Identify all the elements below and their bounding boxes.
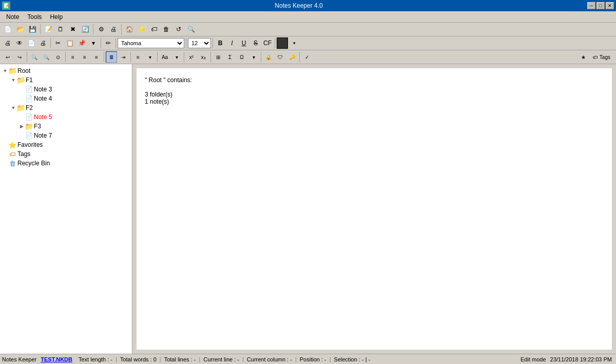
redo-button[interactable]: ↪ bbox=[14, 51, 25, 63]
refresh-button[interactable]: ↺ bbox=[173, 24, 184, 35]
tags-button[interactable]: 🏷 bbox=[148, 24, 160, 35]
tree-item-recycle[interactable]: 🗑Recycle Bin bbox=[0, 159, 132, 168]
tree-label-note3: Note 3 bbox=[34, 86, 52, 93]
tree-label-note5: Note 5 bbox=[34, 113, 52, 121]
print-btn2[interactable]: 🖨 bbox=[2, 37, 13, 49]
color-dropdown[interactable]: ▾ bbox=[288, 37, 300, 49]
paste-btn[interactable]: 📌 bbox=[76, 37, 87, 49]
editor-line3: 1 note(s) bbox=[145, 98, 604, 105]
undo-button[interactable]: ↩ bbox=[2, 51, 13, 63]
symbol-btn[interactable]: Ω bbox=[236, 51, 247, 63]
sep18 bbox=[299, 52, 300, 62]
sync-button[interactable]: 🔄 bbox=[80, 24, 91, 35]
menu-note[interactable]: Note bbox=[2, 12, 23, 22]
print2-btn[interactable]: 📄 bbox=[26, 37, 37, 49]
edit-mode-status: Edit mode bbox=[518, 356, 548, 362]
list-btn[interactable]: ≡ bbox=[132, 51, 144, 63]
bold-button[interactable]: B bbox=[215, 37, 226, 49]
close-button[interactable]: ✕ bbox=[606, 2, 614, 9]
tree-arrow: ▼ bbox=[10, 78, 16, 83]
subscript-btn[interactable]: x₂ bbox=[198, 51, 209, 63]
maximize-button[interactable]: □ bbox=[596, 2, 605, 9]
tree-item-note3[interactable]: 📄Note 3 bbox=[0, 85, 132, 94]
align-justify-button[interactable]: ≣ bbox=[106, 51, 117, 63]
sep11 bbox=[65, 52, 66, 62]
align-right-button[interactable]: ≡ bbox=[91, 51, 102, 63]
tree-item-favorites[interactable]: ⭐Favorites bbox=[0, 140, 132, 149]
case-btn[interactable]: Aa bbox=[159, 51, 170, 63]
zoom-in-button[interactable]: 🔍 bbox=[29, 51, 40, 63]
copy-btn[interactable]: 📋 bbox=[64, 37, 75, 49]
star-btn[interactable]: ★ bbox=[578, 51, 589, 63]
italic-button[interactable]: I bbox=[226, 37, 238, 49]
main-content: ▼📁Root▼📁F1📄Note 3📄Note 4▼📁F2📄Note 5▶📁F3📄… bbox=[0, 64, 616, 354]
app-name-status: Notes Keeper bbox=[2, 356, 41, 362]
new-button[interactable]: 📄 bbox=[2, 24, 13, 35]
save-button[interactable]: 💾 bbox=[27, 24, 38, 35]
tree-item-root[interactable]: ▼📁Root bbox=[0, 66, 132, 75]
total-lines-status: Total lines : - bbox=[162, 356, 198, 362]
selection-status: Selection : - | - bbox=[332, 356, 373, 362]
align-left-button[interactable]: ≡ bbox=[67, 51, 79, 63]
tree-label-note7: Note 7 bbox=[34, 132, 52, 139]
indent-btn[interactable]: ⇥ bbox=[118, 51, 129, 63]
tree-label-root: Root bbox=[17, 67, 30, 74]
tree-item-f1[interactable]: ▼📁F1 bbox=[0, 75, 132, 85]
font-selector[interactable]: Tahoma bbox=[118, 38, 184, 48]
tags-toolbar-btn[interactable]: 🏷 Tags bbox=[589, 51, 614, 63]
clear-btn[interactable]: ✏ bbox=[103, 37, 114, 49]
align-center-button[interactable]: ≡ bbox=[79, 51, 90, 63]
sep1 bbox=[40, 24, 41, 34]
recycle-button[interactable]: 🗑 bbox=[161, 24, 172, 35]
superscript-btn[interactable]: x² bbox=[186, 51, 197, 63]
note-props-button[interactable]: 🗒 bbox=[55, 24, 66, 35]
strikethrough-button[interactable]: S bbox=[250, 37, 261, 49]
protect2-btn[interactable]: 🔑 bbox=[286, 51, 298, 63]
cut-btn[interactable]: ✂ bbox=[52, 37, 64, 49]
current-column-status: Current column : - bbox=[245, 356, 294, 362]
menu-help[interactable]: Help bbox=[46, 12, 67, 22]
formula-btn[interactable]: Σ bbox=[224, 51, 236, 63]
protect-btn[interactable]: 🛡 bbox=[275, 51, 286, 63]
favorites-button[interactable]: ⭐ bbox=[136, 24, 147, 35]
open-button[interactable]: 📂 bbox=[14, 24, 26, 35]
sep2 bbox=[93, 24, 93, 34]
search-button[interactable]: 🔍 bbox=[185, 24, 197, 35]
print-button[interactable]: 🖨 bbox=[108, 24, 119, 35]
case-dropdown[interactable]: ▾ bbox=[171, 51, 182, 63]
tree-item-f3[interactable]: ▶📁F3 bbox=[0, 122, 132, 131]
settings-button[interactable]: ⚙ bbox=[95, 24, 107, 35]
tree-panel[interactable]: ▼📁Root▼📁F1📄Note 3📄Note 4▼📁F2📄Note 5▶📁F3📄… bbox=[0, 64, 132, 354]
close-note-button[interactable]: ✖ bbox=[67, 24, 79, 35]
tree-item-f2[interactable]: ▼📁F2 bbox=[0, 103, 132, 112]
file-name-status[interactable]: TEST.NKDB bbox=[41, 356, 76, 362]
tree-item-note5[interactable]: 📄Note 5 bbox=[0, 112, 132, 122]
cf-button[interactable]: CF bbox=[262, 37, 273, 49]
menu-tools[interactable]: Tools bbox=[23, 12, 46, 22]
print-preview-btn[interactable]: 👁 bbox=[14, 37, 25, 49]
minimize-button[interactable]: ─ bbox=[587, 2, 595, 9]
list-dropdown[interactable]: ▾ bbox=[144, 51, 156, 63]
new-note-button[interactable]: 📝 bbox=[43, 24, 54, 35]
color-picker[interactable] bbox=[277, 37, 288, 49]
home-button[interactable]: 🏠 bbox=[124, 24, 135, 35]
zoom-reset-button[interactable]: ⊙ bbox=[52, 51, 64, 63]
lock-btn[interactable]: 🔒 bbox=[263, 51, 274, 63]
star-icon: ⭐ bbox=[8, 141, 16, 149]
spell-btn[interactable]: ✓ bbox=[301, 51, 313, 63]
symbol-dropdown[interactable]: ▾ bbox=[248, 51, 259, 63]
paste-dropdown[interactable]: ▾ bbox=[88, 37, 99, 49]
tree-item-tags[interactable]: 🏷Tags bbox=[0, 149, 132, 159]
print3-btn[interactable]: 🖨 bbox=[37, 37, 49, 49]
sep14 bbox=[157, 52, 158, 62]
tree-item-note4[interactable]: 📄Note 4 bbox=[0, 94, 132, 103]
editor-area[interactable]: " Root " contains: 3 folder(s) 1 note(s) bbox=[132, 64, 616, 354]
font-size-selector[interactable]: 12 bbox=[188, 38, 211, 48]
table-btn[interactable]: ⊞ bbox=[213, 51, 224, 63]
tree-label-note4: Note 4 bbox=[34, 95, 52, 102]
sep10 bbox=[27, 52, 27, 62]
toolbar-paragraph: ↩ ↪ 🔍 🔍 ⊙ ≡ ≡ ≡ ≣ ⇥ ≡ ▾ Aa ▾ x² x₂ ⊞ Σ Ω… bbox=[0, 50, 616, 64]
zoom-out-button[interactable]: 🔍 bbox=[41, 51, 52, 63]
underline-button[interactable]: U bbox=[238, 37, 249, 49]
tree-item-note7[interactable]: 📄Note 7 bbox=[0, 131, 132, 140]
